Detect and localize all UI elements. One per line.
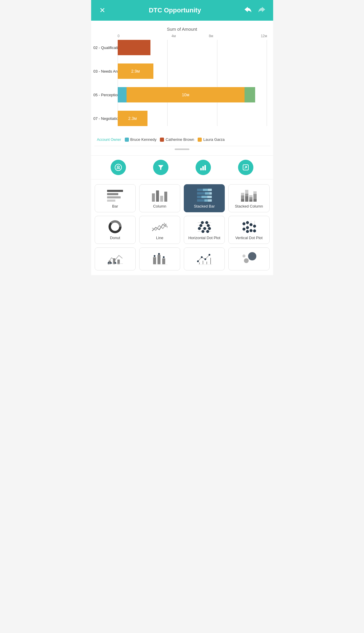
chart-type-stacked-column[interactable]: Stacked Column bbox=[228, 184, 269, 212]
legend-label-bruce: Bruce Kennedy bbox=[130, 137, 157, 142]
legend-label-catherine: Catherine Brown bbox=[165, 137, 194, 142]
line-icon bbox=[152, 220, 168, 233]
stacked-column-icon bbox=[241, 189, 257, 202]
scroll-bar bbox=[175, 149, 189, 150]
tools-button[interactable] bbox=[111, 160, 126, 175]
svg-point-58 bbox=[201, 256, 203, 258]
svg-point-67 bbox=[244, 258, 249, 263]
chart-type-bubble[interactable] bbox=[228, 247, 269, 270]
bar-track-needs: 2.9м bbox=[118, 63, 267, 79]
bar-value-perception: 10м bbox=[182, 92, 189, 97]
svg-marker-6 bbox=[158, 165, 163, 170]
svg-point-5 bbox=[119, 168, 120, 169]
x-label-8m: 8м bbox=[192, 34, 230, 38]
share-button[interactable] bbox=[238, 160, 253, 175]
chart-type-vdot[interactable]: Vertical Dot Plot bbox=[228, 216, 269, 244]
vdot-label: Vertical Dot Plot bbox=[235, 236, 263, 241]
svg-rect-7 bbox=[200, 168, 202, 170]
x-label-4m: 4м bbox=[155, 34, 192, 38]
svg-point-39 bbox=[250, 229, 252, 232]
svg-point-38 bbox=[250, 223, 252, 226]
svg-point-34 bbox=[242, 228, 245, 231]
svg-point-54 bbox=[158, 253, 160, 255]
svg-rect-51 bbox=[158, 255, 160, 264]
svg-point-41 bbox=[253, 229, 256, 232]
chart-type-line[interactable]: Line bbox=[139, 216, 180, 244]
svg-point-24 bbox=[198, 227, 201, 230]
bar-label-needs: 03 - Needs Analysis bbox=[94, 69, 117, 74]
donut-icon bbox=[107, 220, 123, 233]
bar-value-needs: 2.9м bbox=[131, 69, 140, 74]
svg-point-66 bbox=[248, 252, 256, 260]
svg-point-55 bbox=[163, 256, 165, 258]
hdot-label: Horizontal Dot Plot bbox=[188, 236, 220, 241]
bar-row-negotiation: 07 - Negotiation/Review 2.3м bbox=[118, 111, 267, 126]
svg-rect-50 bbox=[153, 257, 156, 264]
bar-segment-laura-n: 2.9м bbox=[118, 63, 154, 79]
bar-segment-laura-p: 10м bbox=[127, 87, 245, 102]
svg-point-37 bbox=[246, 230, 249, 233]
bar-segment-laura-neg: 2.3м bbox=[118, 111, 147, 126]
legend-dot-catherine bbox=[160, 138, 164, 142]
svg-point-23 bbox=[207, 224, 210, 227]
toolbar bbox=[91, 155, 273, 180]
chart-title: Sum of Amount bbox=[94, 27, 270, 32]
bar-segment-catherine-q bbox=[118, 40, 151, 55]
bar-label-qualification: 02 - Qualification bbox=[94, 45, 117, 50]
hdot-icon bbox=[196, 220, 212, 233]
legend-dot-bruce bbox=[125, 138, 129, 142]
forward-button[interactable] bbox=[257, 6, 267, 14]
legend-prefix: Account Owner bbox=[97, 138, 121, 142]
combo2-icon bbox=[152, 252, 168, 265]
stacked-column-label: Stacked Column bbox=[235, 204, 263, 209]
stacked-bar-icon bbox=[196, 189, 212, 202]
scroll-indicator bbox=[94, 146, 270, 152]
bar-label-perception: 05 - Perception Analysis bbox=[94, 93, 117, 97]
chart-grid: 02 - Qualification 03 - Needs Analysis 2… bbox=[118, 40, 267, 126]
combo1-icon: ⊕ bbox=[107, 252, 123, 265]
header: ✕ DTC Opportunity bbox=[91, 0, 273, 21]
svg-point-22 bbox=[199, 224, 202, 227]
legend-item-catherine: Catherine Brown bbox=[160, 137, 194, 142]
svg-point-20 bbox=[201, 221, 204, 224]
svg-point-26 bbox=[208, 227, 211, 230]
svg-rect-52 bbox=[162, 258, 165, 264]
x-axis: 0 4м 8м 12м bbox=[118, 34, 267, 38]
chart-type-hdot[interactable]: Horizontal Dot Plot bbox=[184, 216, 225, 244]
chart-type-combo2[interactable] bbox=[139, 247, 180, 270]
svg-point-35 bbox=[246, 221, 249, 224]
legend-label-laura: Laura Garza bbox=[203, 137, 224, 142]
chart-type-donut[interactable]: Donut bbox=[95, 216, 136, 244]
vdot-icon bbox=[241, 220, 257, 233]
legend-item-bruce: Bruce Kennedy bbox=[125, 137, 157, 142]
bar-icon bbox=[107, 189, 123, 202]
legend-dot-laura bbox=[198, 138, 202, 142]
svg-point-59 bbox=[204, 258, 206, 260]
donut-label: Donut bbox=[110, 236, 120, 241]
bubble-icon bbox=[241, 252, 257, 265]
chart-container: Sum of Amount 0 4м 8м 12м Stage 02 - Qua… bbox=[91, 21, 273, 155]
svg-rect-9 bbox=[204, 165, 206, 170]
bar-label: Bar bbox=[112, 204, 118, 209]
svg-point-68 bbox=[242, 254, 245, 257]
chart-type-combo1[interactable]: ⊕ bbox=[95, 247, 136, 270]
svg-point-36 bbox=[246, 226, 249, 229]
chart-type-bar[interactable]: Bar bbox=[95, 184, 136, 212]
back-button[interactable] bbox=[242, 6, 253, 14]
bar-track-qualification bbox=[118, 40, 267, 55]
filter-button[interactable] bbox=[153, 160, 168, 175]
chart-type-stacked-bar[interactable]: Stacked Bar bbox=[184, 184, 225, 212]
chart-type-combo3[interactable] bbox=[184, 247, 225, 270]
line-label: Line bbox=[156, 236, 163, 241]
svg-point-25 bbox=[203, 227, 206, 230]
bar-label-negotiation: 07 - Negotiation/Review bbox=[94, 116, 117, 121]
bar-row-perception: 05 - Perception Analysis 10м bbox=[118, 87, 267, 102]
svg-point-60 bbox=[209, 254, 210, 256]
svg-point-21 bbox=[205, 221, 208, 224]
bar-row-needs: 03 - Needs Analysis 2.9м bbox=[118, 63, 267, 79]
chart-type-column[interactable]: Column bbox=[139, 184, 180, 212]
x-label-12m: 12м bbox=[230, 34, 267, 38]
chart-type-button[interactable] bbox=[196, 160, 211, 175]
bar-segment-bruce-p bbox=[118, 87, 127, 102]
close-button[interactable]: ✕ bbox=[97, 6, 108, 14]
